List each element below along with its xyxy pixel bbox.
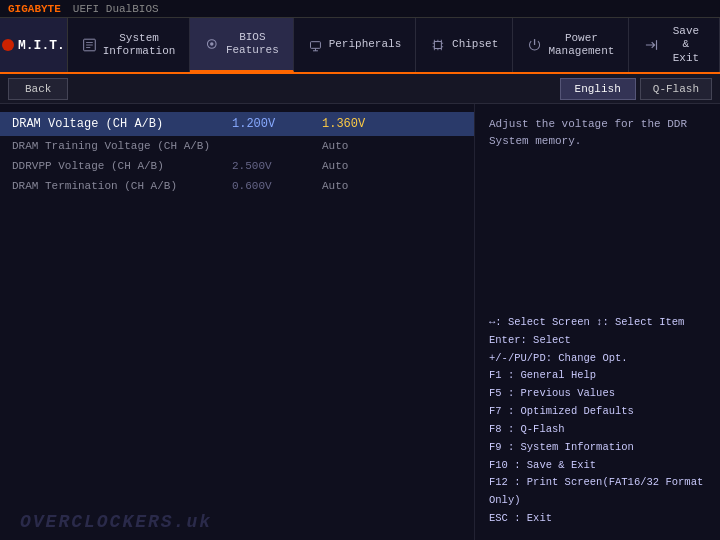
- help-row-f9: F9 : System Information: [489, 439, 706, 457]
- nav-system-information[interactable]: SystemInformation: [68, 18, 191, 72]
- dram-termination-label: DRAM Termination (CH A/B): [12, 180, 232, 192]
- nav-system-info-label: SystemInformation: [103, 32, 176, 58]
- svg-rect-6: [310, 42, 320, 49]
- help-key-f10: F10 : Save & Exit: [489, 459, 596, 471]
- english-button[interactable]: English: [560, 78, 636, 100]
- help-key-f9: F9 : System Information: [489, 441, 634, 453]
- ddrvpp-label: DDRVPP Voltage (CH A/B): [12, 160, 232, 172]
- nav-bios-features-label: BIOSFeatures: [226, 31, 279, 57]
- nav-bios-features[interactable]: BIOSFeatures: [190, 18, 293, 72]
- info-panel: Adjust the voltage for the DDR System me…: [475, 104, 720, 540]
- dram-termination-row[interactable]: DRAM Termination (CH A/B) 0.600V Auto: [0, 176, 474, 196]
- bios-title: UEFI DualBIOS: [73, 3, 159, 15]
- nav-peripherals[interactable]: Peripherals: [294, 18, 417, 72]
- back-button[interactable]: Back: [8, 78, 68, 100]
- peripherals-icon: [308, 36, 323, 54]
- svg-rect-9: [435, 41, 442, 48]
- settings-panel: DRAM Voltage (CH A/B) 1.200V 1.360V DRAM…: [0, 104, 475, 540]
- help-row-f8: F8 : Q-Flash: [489, 421, 706, 439]
- help-row-f1: F1 : General Help: [489, 367, 706, 385]
- help-key-enter: Enter: Select: [489, 334, 571, 346]
- help-key-f1: F1 : General Help: [489, 369, 596, 381]
- dram-training-voltage-row[interactable]: DRAM Training Voltage (CH A/B) Auto: [0, 136, 474, 156]
- dram-voltage-label: DRAM Voltage (CH A/B): [12, 117, 232, 131]
- system-info-icon: [82, 36, 97, 54]
- ddrvpp-voltage-row[interactable]: DDRVPP Voltage (CH A/B) 2.500V Auto: [0, 156, 474, 176]
- nav-chipset[interactable]: Chipset: [416, 18, 513, 72]
- help-key-f5: F5 : Previous Values: [489, 387, 615, 399]
- help-row-enter: Enter: Select: [489, 332, 706, 350]
- dram-voltage-current: 1.200V: [232, 117, 322, 131]
- dram-training-value: Auto: [322, 140, 348, 152]
- mit-button[interactable]: M.I.T.: [0, 18, 68, 72]
- svg-point-5: [210, 42, 213, 45]
- ddrvpp-current: 2.500V: [232, 160, 322, 172]
- nav-save-exit-label: Save &Exit: [667, 25, 705, 65]
- dram-training-label: DRAM Training Voltage (CH A/B): [12, 140, 232, 152]
- description-text: Adjust the voltage for the DDR System me…: [489, 116, 706, 149]
- help-key-f12: F12 : Print Screen(FAT16/32 Format Only): [489, 476, 703, 506]
- chipset-icon: [430, 36, 446, 54]
- language-area: English Q-Flash: [560, 78, 712, 100]
- help-row-change: +/-/PU/PD: Change Opt.: [489, 350, 706, 368]
- help-key-arrows: ↔: Select Screen ↕: Select Item: [489, 316, 684, 328]
- nav-chipset-label: Chipset: [452, 38, 498, 51]
- help-key-f7: F7 : Optimized Defaults: [489, 405, 634, 417]
- help-key-esc: ESC : Exit: [489, 512, 552, 524]
- watermark: OVERCLOCKERS.uk: [20, 512, 212, 532]
- nav-power-management[interactable]: PowerManagement: [513, 18, 629, 72]
- bios-features-icon: [204, 35, 220, 53]
- nav-save-exit[interactable]: Save &Exit: [629, 18, 720, 72]
- power-icon: [527, 36, 542, 54]
- mit-indicator: [2, 39, 14, 51]
- mit-label: M.I.T.: [18, 38, 65, 53]
- help-row-0: ↔: Select Screen ↕: Select Item: [489, 314, 706, 332]
- help-row-f7: F7 : Optimized Defaults: [489, 403, 706, 421]
- dram-voltage-row[interactable]: DRAM Voltage (CH A/B) 1.200V 1.360V: [0, 112, 474, 136]
- dram-voltage-value: 1.360V: [322, 117, 365, 131]
- help-row-f10: F10 : Save & Exit: [489, 457, 706, 475]
- help-key-change: +/-/PU/PD: Change Opt.: [489, 352, 628, 364]
- ddrvpp-value: Auto: [322, 160, 348, 172]
- nav-power-label: PowerManagement: [548, 32, 614, 58]
- save-exit-icon: [643, 36, 660, 54]
- dram-termination-value: Auto: [322, 180, 348, 192]
- help-row-f5: F5 : Previous Values: [489, 385, 706, 403]
- qflash-button[interactable]: Q-Flash: [640, 78, 712, 100]
- nav-peripherals-label: Peripherals: [329, 38, 402, 51]
- brand-logo: GIGABYTE: [8, 3, 61, 15]
- second-bar: Back English Q-Flash: [0, 74, 720, 104]
- nav-bar: M.I.T. SystemInformation BIOSFeatures Pe…: [0, 18, 720, 74]
- help-row-esc: ESC : Exit: [489, 510, 706, 528]
- help-section: ↔: Select Screen ↕: Select Item Enter: S…: [489, 314, 706, 528]
- help-key-f8: F8 : Q-Flash: [489, 423, 565, 435]
- help-row-f12: F12 : Print Screen(FAT16/32 Format Only): [489, 474, 706, 510]
- main-content: DRAM Voltage (CH A/B) 1.200V 1.360V DRAM…: [0, 104, 720, 540]
- dram-termination-current: 0.600V: [232, 180, 322, 192]
- top-bar: GIGABYTE UEFI DualBIOS: [0, 0, 720, 18]
